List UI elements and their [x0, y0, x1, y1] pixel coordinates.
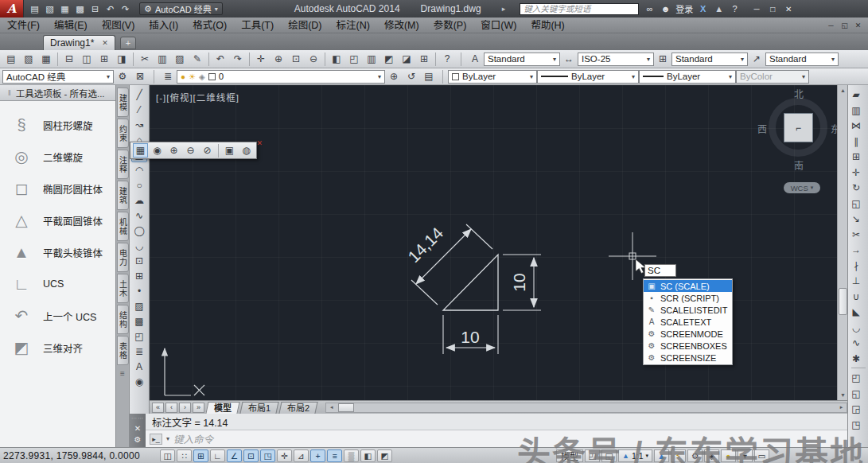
first-tab[interactable]: «: [152, 403, 164, 413]
blend-curves[interactable]: ∿: [848, 336, 864, 351]
palette-tab-architecture[interactable]: 建筑: [117, 181, 129, 210]
lock-ui[interactable]: ◈: [704, 449, 719, 462]
hatch[interactable]: ▨: [131, 298, 147, 313]
mirror[interactable]: ⋈: [848, 119, 864, 134]
copy[interactable]: ▥: [848, 103, 864, 118]
smooth-more[interactable]: ⊕: [166, 143, 181, 158]
scale[interactable]: ◱: [848, 196, 864, 211]
palette-tab-annotate[interactable]: 注释: [117, 150, 129, 179]
compass-north-label[interactable]: 北: [794, 87, 804, 100]
tool-palettes[interactable]: ▥: [364, 52, 380, 67]
last-tab[interactable]: »: [193, 403, 204, 413]
recent-commands-icon[interactable]: ▾: [166, 435, 169, 442]
3d-object-snap[interactable]: ◳: [260, 449, 275, 462]
table-style-select[interactable]: Standard▾: [671, 53, 748, 66]
infer-constraints[interactable]: ◫: [160, 449, 175, 462]
workspace-select[interactable]: ⚙ AutoCAD 经典 ▾: [139, 2, 223, 15]
maximize-button[interactable]: □: [765, 2, 780, 15]
mleader-style-icon[interactable]: ↗: [749, 52, 765, 67]
qsave[interactable]: ▦: [38, 52, 54, 67]
drawing-tab[interactable]: Drawing1* ✕: [43, 35, 115, 50]
paste-clip[interactable]: ▨: [172, 52, 188, 67]
markup-manager[interactable]: ◪: [399, 52, 415, 67]
layer-states[interactable]: ▤: [421, 69, 437, 84]
command-grip[interactable]: ⋯⋯: [131, 415, 144, 422]
stretch[interactable]: ↘: [848, 212, 864, 227]
region[interactable]: ◰: [131, 329, 147, 344]
copy-clip[interactable]: ▥: [154, 52, 170, 67]
spline[interactable]: ∿: [131, 208, 147, 223]
revision-cloud[interactable]: ☁: [131, 193, 147, 208]
app-menu-button[interactable]: A: [0, 0, 24, 18]
insert-block[interactable]: ⊡: [131, 253, 147, 268]
redo[interactable]: ↷: [230, 52, 246, 67]
prev-tab[interactable]: ‹: [165, 403, 177, 413]
construction-line[interactable]: ⁄: [131, 102, 147, 117]
offset[interactable]: ∥: [848, 134, 864, 149]
tab-layout2[interactable]: 布局2: [279, 402, 318, 414]
save-as[interactable]: ▩: [73, 2, 87, 16]
autodesk360-icon[interactable]: ▲: [713, 3, 725, 15]
cmd-scaletext[interactable]: ASCALETEXT: [644, 316, 732, 328]
zoom-window[interactable]: ⊡: [288, 52, 304, 67]
plot[interactable]: ⊟: [61, 52, 77, 67]
tool-ucs[interactable]: ∟UCS: [0, 268, 115, 300]
extend[interactable]: →: [848, 243, 864, 258]
model-space[interactable]: ◰: [585, 449, 600, 462]
workspace-toolbar-select[interactable]: AutoCAD 经典▾: [2, 70, 114, 84]
break-at-point[interactable]: ∤: [848, 258, 864, 273]
cmd-scalelistedit[interactable]: ✎SCALELISTEDIT: [644, 304, 732, 316]
workspace-lock-icon[interactable]: ⊠: [132, 69, 148, 84]
compass-south-label[interactable]: 南: [794, 158, 804, 172]
cut-clip[interactable]: ✂: [137, 52, 153, 67]
ucs-icon[interactable]: [165, 348, 204, 395]
vertical-scrollbar[interactable]: ▲ ▼: [837, 85, 847, 400]
palette-tab-constraint[interactable]: 约束: [117, 119, 129, 148]
command-close-icon[interactable]: ✕: [134, 424, 141, 433]
palette-tab-table[interactable]: 表格: [117, 336, 129, 365]
layer-select[interactable]: ● ☀ ◈ 0 ▾: [177, 70, 385, 84]
export-dwf[interactable]: ◨: [114, 52, 130, 67]
viewcube[interactable]: ⌐ 北 南 西 东: [762, 88, 835, 176]
close-button[interactable]: ✕: [780, 2, 796, 15]
ellipse[interactable]: ◯: [131, 223, 147, 238]
menu-parametric[interactable]: 参数(P): [426, 18, 474, 33]
sheetset-manager[interactable]: ◩: [381, 52, 397, 67]
search-input[interactable]: [520, 3, 639, 15]
transparency[interactable]: ▒: [344, 449, 359, 462]
polar-tracking[interactable]: ∠: [227, 449, 242, 462]
menu-modify[interactable]: 修改(M): [377, 18, 426, 33]
help[interactable]: ?: [439, 52, 455, 67]
add-selected[interactable]: ◉: [131, 374, 147, 389]
open-file[interactable]: ▧: [43, 2, 56, 16]
horizontal-scrollbar[interactable]: ◂ ▸: [325, 403, 847, 413]
arc[interactable]: ◠: [131, 162, 147, 177]
tool-3d-align[interactable]: ◩三维对齐: [0, 332, 115, 364]
save[interactable]: ▦: [58, 2, 72, 16]
menu-window[interactable]: 窗口(W): [473, 18, 524, 33]
menu-draw[interactable]: 绘图(D): [281, 18, 329, 33]
mleader-style-select[interactable]: Standard▾: [765, 53, 839, 66]
minimize-button[interactable]: ─: [749, 2, 765, 15]
model-space-button[interactable]: 模型: [556, 449, 583, 462]
workspace-switching[interactable]: ⚙: [687, 449, 703, 462]
doc-close-button[interactable]: ✕: [851, 20, 865, 31]
plot[interactable]: ⊟: [88, 2, 102, 16]
table[interactable]: ≣: [131, 344, 147, 359]
unsmooth[interactable]: ⊘: [200, 143, 215, 158]
make-object-layer-current[interactable]: ⊕: [386, 69, 402, 84]
cmd-screenmode[interactable]: ⚙SCREENMODE: [644, 328, 732, 340]
send-under[interactable]: ◳: [848, 417, 864, 432]
triangle-shape[interactable]: [443, 255, 498, 310]
circle[interactable]: ○: [131, 177, 147, 193]
dynamic-ucs[interactable]: ⊿: [294, 449, 309, 462]
line[interactable]: ╱: [131, 87, 147, 102]
search-icon[interactable]: ∞: [644, 3, 656, 15]
menu-tools[interactable]: 工具(T): [234, 18, 281, 33]
tool-ucs-previous[interactable]: ↶上一个 UCS: [0, 300, 115, 332]
object-snap-tracking[interactable]: ✛: [277, 449, 292, 462]
clean-screen[interactable]: ▭: [754, 449, 769, 462]
point[interactable]: •: [131, 283, 147, 298]
viewcube-face[interactable]: ⌐: [784, 113, 813, 142]
dynamic-input[interactable]: +: [310, 449, 325, 462]
